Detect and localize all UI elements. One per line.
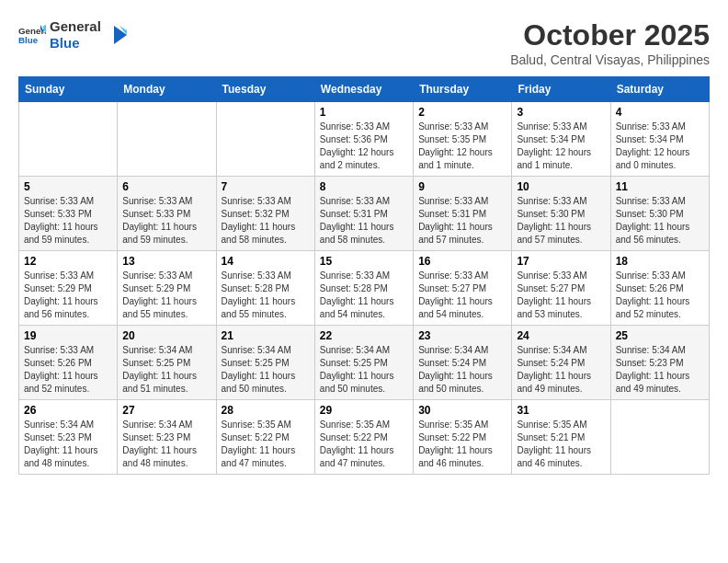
day-info: Sunrise: 5:33 AMSunset: 5:29 PMDaylight:… — [122, 270, 210, 321]
day-number: 12 — [24, 255, 112, 268]
day-info: Sunrise: 5:33 AMSunset: 5:30 PMDaylight:… — [517, 195, 605, 247]
day-number: 18 — [616, 255, 704, 268]
weekday-header-sunday: Sunday — [19, 77, 118, 102]
calendar-cell: 5Sunrise: 5:33 AMSunset: 5:33 PMDaylight… — [19, 177, 118, 251]
day-info: Sunrise: 5:33 AMSunset: 5:33 PMDaylight:… — [24, 195, 112, 247]
day-info: Sunrise: 5:34 AMSunset: 5:25 PMDaylight:… — [122, 344, 210, 396]
day-number: 10 — [517, 180, 605, 193]
day-number: 29 — [320, 404, 408, 417]
day-number: 22 — [320, 329, 408, 342]
weekday-header-friday: Friday — [512, 77, 610, 102]
calendar-cell: 17Sunrise: 5:33 AMSunset: 5:27 PMDayligh… — [512, 251, 610, 326]
page-header: General Blue General Blue General Blue O… — [18, 18, 710, 67]
day-info: Sunrise: 5:33 AMSunset: 5:32 PMDaylight:… — [222, 195, 310, 247]
calendar-week-row: 12Sunrise: 5:33 AMSunset: 5:29 PMDayligh… — [19, 251, 710, 326]
weekday-header-saturday: Saturday — [610, 77, 709, 102]
calendar-cell: 26Sunrise: 5:34 AMSunset: 5:23 PMDayligh… — [19, 400, 118, 475]
calendar-week-row: 26Sunrise: 5:34 AMSunset: 5:23 PMDayligh… — [19, 400, 710, 475]
calendar-week-row: 1Sunrise: 5:33 AMSunset: 5:36 PMDaylight… — [19, 102, 710, 177]
calendar-cell: 4Sunrise: 5:33 AMSunset: 5:34 PMDaylight… — [610, 102, 709, 177]
day-info: Sunrise: 5:33 AMSunset: 5:29 PMDaylight:… — [24, 270, 112, 321]
calendar-cell: 8Sunrise: 5:33 AMSunset: 5:31 PMDaylight… — [314, 177, 413, 251]
logo-general-label: General — [50, 18, 101, 35]
calendar-week-row: 19Sunrise: 5:33 AMSunset: 5:26 PMDayligh… — [19, 326, 710, 400]
svg-text:Blue: Blue — [18, 35, 39, 45]
calendar-cell: 29Sunrise: 5:35 AMSunset: 5:22 PMDayligh… — [314, 400, 413, 475]
title-block: October 2025 Balud, Central Visayas, Phi… — [510, 18, 710, 67]
day-number: 28 — [222, 404, 310, 417]
day-info: Sunrise: 5:34 AMSunset: 5:24 PMDaylight:… — [418, 344, 506, 396]
calendar-cell: 1Sunrise: 5:33 AMSunset: 5:36 PMDaylight… — [314, 102, 413, 177]
calendar-cell: 2Sunrise: 5:33 AMSunset: 5:35 PMDaylight… — [414, 102, 512, 177]
day-number: 6 — [122, 180, 210, 193]
day-number: 13 — [122, 255, 210, 268]
month-title: October 2025 — [510, 18, 710, 52]
day-info: Sunrise: 5:34 AMSunset: 5:24 PMDaylight:… — [517, 344, 605, 396]
weekday-header-tuesday: Tuesday — [216, 77, 314, 102]
weekday-header-monday: Monday — [118, 77, 216, 102]
day-info: Sunrise: 5:33 AMSunset: 5:27 PMDaylight:… — [418, 270, 506, 321]
calendar-cell: 12Sunrise: 5:33 AMSunset: 5:29 PMDayligh… — [19, 251, 118, 326]
day-number: 26 — [24, 404, 112, 417]
day-info: Sunrise: 5:33 AMSunset: 5:36 PMDaylight:… — [320, 121, 408, 172]
logo-icon: General Blue — [18, 21, 46, 49]
calendar-cell: 13Sunrise: 5:33 AMSunset: 5:29 PMDayligh… — [118, 251, 216, 326]
logo-arrow-icon — [105, 22, 131, 48]
calendar-cell: 6Sunrise: 5:33 AMSunset: 5:33 PMDaylight… — [118, 177, 216, 251]
day-info: Sunrise: 5:33 AMSunset: 5:35 PMDaylight:… — [418, 121, 506, 172]
day-info: Sunrise: 5:35 AMSunset: 5:22 PMDaylight:… — [418, 419, 506, 470]
calendar-header-row: SundayMondayTuesdayWednesdayThursdayFrid… — [19, 77, 710, 102]
day-number: 9 — [418, 180, 506, 193]
location-label: Balud, Central Visayas, Philippines — [510, 52, 710, 67]
logo: General Blue General Blue General Blue — [18, 18, 131, 52]
svg-marker-4 — [114, 26, 127, 44]
calendar-cell: 24Sunrise: 5:34 AMSunset: 5:24 PMDayligh… — [512, 326, 610, 400]
day-number: 23 — [418, 329, 506, 342]
calendar-cell: 20Sunrise: 5:34 AMSunset: 5:25 PMDayligh… — [118, 326, 216, 400]
day-info: Sunrise: 5:34 AMSunset: 5:23 PMDaylight:… — [616, 344, 704, 396]
day-number: 7 — [222, 180, 310, 193]
calendar-cell: 15Sunrise: 5:33 AMSunset: 5:28 PMDayligh… — [314, 251, 413, 326]
day-number: 27 — [122, 404, 210, 417]
weekday-header-wednesday: Wednesday — [314, 77, 413, 102]
calendar-cell: 14Sunrise: 5:33 AMSunset: 5:28 PMDayligh… — [216, 251, 314, 326]
day-number: 19 — [24, 329, 112, 342]
day-number: 17 — [517, 255, 605, 268]
day-info: Sunrise: 5:35 AMSunset: 5:21 PMDaylight:… — [517, 419, 605, 470]
day-number: 11 — [616, 180, 704, 193]
day-number: 16 — [418, 255, 506, 268]
calendar-week-row: 5Sunrise: 5:33 AMSunset: 5:33 PMDaylight… — [19, 177, 710, 251]
day-info: Sunrise: 5:33 AMSunset: 5:31 PMDaylight:… — [418, 195, 506, 247]
calendar-cell — [216, 102, 314, 177]
day-info: Sunrise: 5:35 AMSunset: 5:22 PMDaylight:… — [222, 419, 310, 470]
calendar-cell: 16Sunrise: 5:33 AMSunset: 5:27 PMDayligh… — [414, 251, 512, 326]
day-number: 3 — [517, 106, 605, 119]
day-info: Sunrise: 5:33 AMSunset: 5:26 PMDaylight:… — [616, 270, 704, 321]
day-number: 15 — [320, 255, 408, 268]
logo-blue-label: Blue — [50, 35, 101, 52]
calendar-cell: 10Sunrise: 5:33 AMSunset: 5:30 PMDayligh… — [512, 177, 610, 251]
calendar-cell: 31Sunrise: 5:35 AMSunset: 5:21 PMDayligh… — [512, 400, 610, 475]
day-number: 24 — [517, 329, 605, 342]
calendar-cell: 3Sunrise: 5:33 AMSunset: 5:34 PMDaylight… — [512, 102, 610, 177]
calendar-cell: 9Sunrise: 5:33 AMSunset: 5:31 PMDaylight… — [414, 177, 512, 251]
day-info: Sunrise: 5:33 AMSunset: 5:30 PMDaylight:… — [616, 195, 704, 247]
calendar-cell — [118, 102, 216, 177]
calendar-cell: 19Sunrise: 5:33 AMSunset: 5:26 PMDayligh… — [19, 326, 118, 400]
day-number: 21 — [222, 329, 310, 342]
day-number: 5 — [24, 180, 112, 193]
calendar-cell: 28Sunrise: 5:35 AMSunset: 5:22 PMDayligh… — [216, 400, 314, 475]
calendar-cell — [19, 102, 118, 177]
day-info: Sunrise: 5:33 AMSunset: 5:34 PMDaylight:… — [517, 121, 605, 172]
day-info: Sunrise: 5:33 AMSunset: 5:31 PMDaylight:… — [320, 195, 408, 247]
calendar-cell: 18Sunrise: 5:33 AMSunset: 5:26 PMDayligh… — [610, 251, 709, 326]
calendar-cell: 21Sunrise: 5:34 AMSunset: 5:25 PMDayligh… — [216, 326, 314, 400]
day-number: 20 — [122, 329, 210, 342]
day-number: 31 — [517, 404, 605, 417]
calendar-cell: 22Sunrise: 5:34 AMSunset: 5:25 PMDayligh… — [314, 326, 413, 400]
day-info: Sunrise: 5:33 AMSunset: 5:33 PMDaylight:… — [122, 195, 210, 247]
day-info: Sunrise: 5:33 AMSunset: 5:28 PMDaylight:… — [320, 270, 408, 321]
day-number: 1 — [320, 106, 408, 119]
day-number: 2 — [418, 106, 506, 119]
calendar-cell: 23Sunrise: 5:34 AMSunset: 5:24 PMDayligh… — [414, 326, 512, 400]
